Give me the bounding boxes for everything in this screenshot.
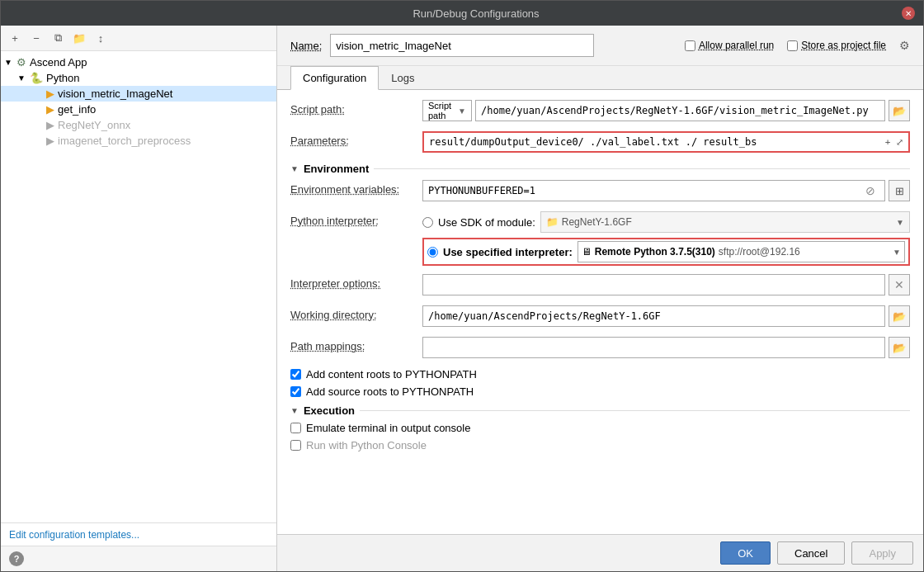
interpreter-options-input[interactable] bbox=[422, 274, 885, 295]
tabs: Configuration Logs bbox=[277, 66, 923, 90]
sdk-dropdown-arrow-icon: ▼ bbox=[896, 218, 904, 227]
store-project-label: Store as project file bbox=[787, 40, 886, 51]
folder-config-button[interactable]: 📁 bbox=[70, 29, 88, 47]
tree-label-python: Python bbox=[46, 72, 79, 84]
bottom-bar: OK Cancel Apply bbox=[277, 534, 923, 571]
execution-arrow-icon[interactable]: ▼ bbox=[290, 406, 299, 415]
extra-checkbox[interactable] bbox=[290, 440, 301, 451]
help-icon[interactable]: ? bbox=[9, 551, 24, 566]
gear-icon[interactable]: ⚙ bbox=[899, 39, 910, 52]
script-path-input[interactable] bbox=[475, 100, 885, 121]
script-path-dropdown[interactable]: Script path ▼ bbox=[422, 100, 472, 121]
path-mappings-browse-button[interactable]: 📂 bbox=[889, 337, 910, 358]
apply-button[interactable]: Apply bbox=[851, 541, 913, 565]
tab-configuration[interactable]: Configuration bbox=[290, 66, 379, 90]
script-icon-1: ▶ bbox=[46, 87, 54, 100]
environment-section-header: ▼ Environment bbox=[290, 163, 910, 175]
script-path-browse-button[interactable]: 📂 bbox=[889, 100, 910, 121]
path-mappings-input[interactable] bbox=[422, 337, 885, 358]
interpreter-options-row: Interpreter options: ✕ bbox=[290, 274, 910, 297]
extra-checkbox-row: Run with Python Console bbox=[290, 439, 910, 451]
sdk-module-input[interactable]: 📁 RegNetY-1.6GF ▼ bbox=[540, 211, 910, 233]
parameters-box[interactable]: result/dumpOutput_device0/ ./val_label.t… bbox=[422, 131, 910, 153]
form-area: Script path: Script path ▼ 📂 Parameters: bbox=[277, 90, 923, 534]
name-label: Name: bbox=[290, 40, 322, 52]
store-project-checkbox[interactable] bbox=[787, 40, 798, 51]
interpreter-options-clear-button[interactable]: ✕ bbox=[889, 274, 910, 295]
environment-arrow-icon[interactable]: ▼ bbox=[290, 164, 299, 173]
toolbar: + − ⧉ 📁 ↕ bbox=[1, 26, 276, 51]
main-body: + − ⧉ 📁 ↕ ▼ ⚙ Ascend App ▼ 🐍 Python bbox=[1, 26, 923, 571]
path-mappings-row: Path mappings: 📂 bbox=[290, 337, 910, 360]
specified-dropdown-arrow-icon: ▼ bbox=[893, 248, 901, 257]
script-path-control: Script path ▼ 📂 bbox=[422, 100, 910, 121]
edit-templates-link[interactable]: Edit configuration templates... bbox=[9, 529, 139, 541]
emulate-terminal-label: Emulate terminal in output console bbox=[306, 422, 470, 434]
parameters-value: result/dumpOutput_device0/ ./val_label.t… bbox=[429, 136, 757, 148]
use-sdk-radio[interactable] bbox=[422, 217, 433, 228]
script-icon-2: ▶ bbox=[46, 103, 54, 116]
python-icon: 🐍 bbox=[30, 72, 43, 84]
execution-divider bbox=[360, 410, 910, 411]
tree-arrow-python: ▼ bbox=[17, 73, 27, 83]
execution-section-header: ▼ Execution bbox=[290, 404, 910, 417]
environment-divider bbox=[374, 168, 910, 169]
env-variables-value: PYTHONUNBUFFERED=1 bbox=[428, 185, 535, 196]
env-browse-button[interactable]: ⊞ bbox=[889, 180, 910, 201]
working-dir-browse-button[interactable]: 📂 bbox=[889, 305, 910, 327]
add-source-roots-checkbox[interactable] bbox=[290, 386, 301, 397]
add-content-roots-checkbox[interactable] bbox=[290, 369, 301, 380]
specified-extra: sftp://root@192.16 bbox=[719, 246, 889, 258]
header-options: Allow parallel run Store as project file… bbox=[685, 39, 910, 52]
sort-config-button[interactable]: ↕ bbox=[92, 29, 110, 47]
use-sdk-label: Use SDK of module: bbox=[438, 216, 535, 229]
tree-item-ascend-app[interactable]: ▼ ⚙ Ascend App bbox=[1, 54, 276, 70]
dialog: Run/Debug Configurations ✕ + − ⧉ 📁 ↕ ▼ ⚙… bbox=[0, 0, 924, 572]
name-input[interactable] bbox=[330, 34, 594, 57]
tree-item-python[interactable]: ▼ 🐍 Python bbox=[1, 70, 276, 86]
environment-label: Environment bbox=[304, 163, 369, 175]
tree-arrow-ascend: ▼ bbox=[4, 58, 14, 67]
copy-config-button[interactable]: ⧉ bbox=[49, 29, 67, 47]
env-variables-row: Environment variables: PYTHONUNBUFFERED=… bbox=[290, 180, 910, 203]
app-icon: ⚙ bbox=[16, 56, 26, 69]
tree-item-regnet-onnx[interactable]: ▶ RegNetY_onnx bbox=[1, 117, 276, 133]
tree-item-get-info[interactable]: ▶ get_info bbox=[1, 102, 276, 117]
allow-parallel-checkbox[interactable] bbox=[685, 40, 695, 51]
env-variables-input[interactable]: PYTHONUNBUFFERED=1 ⊘ bbox=[422, 180, 885, 201]
cancel-button[interactable]: Cancel bbox=[777, 541, 845, 565]
ok-button[interactable]: OK bbox=[720, 541, 771, 565]
use-specified-radio[interactable] bbox=[427, 247, 438, 258]
emulate-terminal-checkbox[interactable] bbox=[290, 423, 301, 433]
tree-label-ascend-app: Ascend App bbox=[30, 56, 87, 69]
script-path-row: Script path: Script path ▼ 📂 bbox=[290, 100, 910, 123]
tree-item-imagenet-torch[interactable]: ▶ imagenet_torch_preprocess bbox=[1, 133, 276, 149]
use-sdk-radio-group: Use SDK of module: bbox=[422, 216, 535, 229]
interpreter-options-label: Interpreter options: bbox=[290, 274, 422, 290]
use-specified-label: Use specified interpreter: bbox=[443, 246, 573, 258]
help-area: ? bbox=[1, 546, 276, 571]
add-config-button[interactable]: + bbox=[6, 29, 24, 47]
params-expand-icon[interactable]: + ⤢ bbox=[885, 137, 903, 148]
close-button[interactable]: ✕ bbox=[902, 7, 915, 20]
parameters-label: Parameters: bbox=[290, 131, 422, 147]
path-mappings-control: 📂 bbox=[422, 337, 910, 358]
working-dir-label: Working directory: bbox=[290, 305, 422, 321]
working-dir-input[interactable] bbox=[422, 305, 885, 327]
tree-item-vision-metric[interactable]: ▶ vision_metric_ImageNet bbox=[1, 86, 276, 102]
tab-logs[interactable]: Logs bbox=[379, 66, 427, 90]
remote-python-icon: 🖥 bbox=[582, 246, 592, 258]
add-content-roots-row: Add content roots to PYTHONPATH bbox=[290, 368, 910, 381]
dialog-title: Run/Debug Configurations bbox=[50, 7, 902, 20]
left-footer: Edit configuration templates... bbox=[1, 522, 276, 546]
add-source-roots-row: Add source roots to PYTHONPATH bbox=[290, 385, 910, 398]
extra-label: Run with Python Console bbox=[306, 439, 427, 451]
path-mappings-label: Path mappings: bbox=[290, 337, 422, 352]
parameters-control: result/dumpOutput_device0/ ./val_label.t… bbox=[422, 131, 910, 153]
use-specified-radio-group: Use specified interpreter: bbox=[427, 246, 573, 258]
script-icon-4: ▶ bbox=[46, 135, 54, 147]
env-clear-button[interactable]: ⊘ bbox=[861, 182, 879, 200]
emulate-terminal-row: Emulate terminal in output console bbox=[290, 422, 910, 434]
remove-config-button[interactable]: − bbox=[27, 29, 45, 47]
tree-area: ▼ ⚙ Ascend App ▼ 🐍 Python ▶ vision_metri… bbox=[1, 51, 276, 522]
